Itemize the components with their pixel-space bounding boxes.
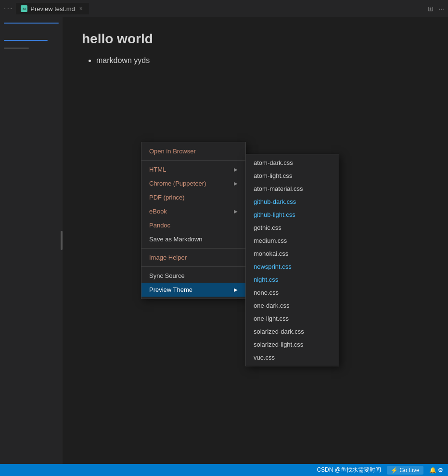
- arrow-icon: ▶: [234, 287, 238, 292]
- theme-github-light[interactable]: github-light.css: [246, 208, 339, 221]
- theme-medium[interactable]: medium.css: [246, 234, 339, 247]
- menu-item-pandoc[interactable]: Pandoc: [141, 218, 245, 232]
- menu-item-label: Open in Browser: [149, 148, 196, 155]
- more-actions-icon[interactable]: ···: [438, 5, 444, 13]
- title-bar-right: ⊞ ···: [428, 5, 444, 13]
- status-bar-right: CSDN @鱼找水需要时间 ⚡ Go Live 🔔 ⚙: [317, 466, 443, 475]
- tab-close-button[interactable]: ×: [78, 5, 84, 13]
- menu-separator-2: [141, 248, 245, 249]
- sidebar-decoration-3: [4, 48, 29, 49]
- sidebar-decoration-1: [4, 23, 59, 24]
- menu-item-label: Pandoc: [149, 222, 170, 229]
- menu-item-label: eBook: [149, 208, 167, 215]
- split-editor-icon[interactable]: ⊞: [428, 5, 434, 13]
- arrow-icon: ▶: [234, 181, 238, 186]
- menu-item-label: Save as Markdown: [149, 236, 203, 243]
- menu-item-ebook[interactable]: eBook ▶: [141, 204, 245, 218]
- theme-one-light[interactable]: one-light.css: [246, 312, 339, 325]
- menu-item-save-markdown[interactable]: Save as Markdown: [141, 232, 245, 246]
- menu-item-html[interactable]: HTML ▶: [141, 163, 245, 176]
- theme-gothic[interactable]: gothic.css: [246, 221, 339, 234]
- menu-item-preview-theme[interactable]: Preview Theme ▶: [141, 283, 245, 297]
- sidebar: [0, 17, 63, 464]
- menu-item-label: Chrome (Puppeteer): [149, 180, 206, 187]
- theme-solarized-light[interactable]: solarized-light.css: [246, 338, 339, 351]
- go-live-button[interactable]: ⚡ Go Live: [387, 466, 423, 475]
- status-bar: CSDN @鱼找水需要时间 ⚡ Go Live 🔔 ⚙: [0, 464, 448, 476]
- menu-separator-3: [141, 266, 245, 267]
- menu-item-sync-source[interactable]: Sync Source: [141, 269, 245, 283]
- theme-monokai[interactable]: monokai.css: [246, 247, 339, 260]
- submenu-preview-theme: atom-dark.css atom-light.css atom-materi…: [245, 154, 339, 366]
- window-dots-icon[interactable]: ···: [4, 4, 13, 13]
- menu-item-label: HTML: [149, 166, 166, 173]
- status-icons: 🔔 ⚙: [429, 467, 443, 474]
- csdn-text: CSDN @鱼找水需要时间: [317, 466, 381, 474]
- theme-github-dark[interactable]: github-dark.css: [246, 195, 339, 208]
- theme-atom-material[interactable]: atom-material.css: [246, 182, 339, 195]
- preview-heading: hello world: [82, 31, 429, 47]
- sidebar-decoration-2: [4, 40, 48, 41]
- menu-item-label: Image Helper: [149, 254, 187, 261]
- theme-none[interactable]: none.css: [246, 286, 339, 299]
- theme-atom-light[interactable]: atom-light.css: [246, 169, 339, 182]
- menu-item-label: Sync Source: [149, 272, 185, 279]
- menu-item-label: Preview Theme: [149, 286, 192, 293]
- menu-item-pdf[interactable]: PDF (prince): [141, 190, 245, 204]
- theme-atom-dark[interactable]: atom-dark.css: [246, 156, 339, 169]
- theme-newsprint[interactable]: newsprint.css: [246, 260, 339, 273]
- arrow-icon: ▶: [234, 167, 238, 172]
- menu-item-chrome-puppeteer[interactable]: Chrome (Puppeteer) ▶: [141, 176, 245, 190]
- menu-separator-1: [141, 160, 245, 161]
- tab-file-icon: M: [21, 5, 27, 12]
- context-menu: Open in Browser HTML ▶ Chrome (Puppeteer…: [141, 142, 246, 299]
- title-bar: ··· M Preview test.md × ⊞ ···: [0, 0, 448, 17]
- menu-item-open-browser[interactable]: Open in Browser: [141, 144, 245, 158]
- theme-solarized-dark[interactable]: solarized-dark.css: [246, 325, 339, 338]
- theme-night[interactable]: night.css: [246, 273, 339, 286]
- theme-one-dark[interactable]: one-dark.css: [246, 299, 339, 312]
- theme-vue[interactable]: vue.css: [246, 351, 339, 364]
- active-tab[interactable]: M Preview test.md ×: [16, 2, 89, 14]
- title-bar-left: ··· M Preview test.md ×: [4, 2, 89, 14]
- preview-list: markdown yyds: [82, 56, 429, 65]
- arrow-icon: ▶: [234, 209, 238, 214]
- sidebar-resize-handle[interactable]: [61, 231, 63, 250]
- tab-label: Preview test.md: [30, 5, 75, 13]
- menu-item-image-helper[interactable]: Image Helper: [141, 251, 245, 264]
- menu-item-label: PDF (prince): [149, 194, 185, 201]
- preview-list-item: markdown yyds: [96, 56, 429, 65]
